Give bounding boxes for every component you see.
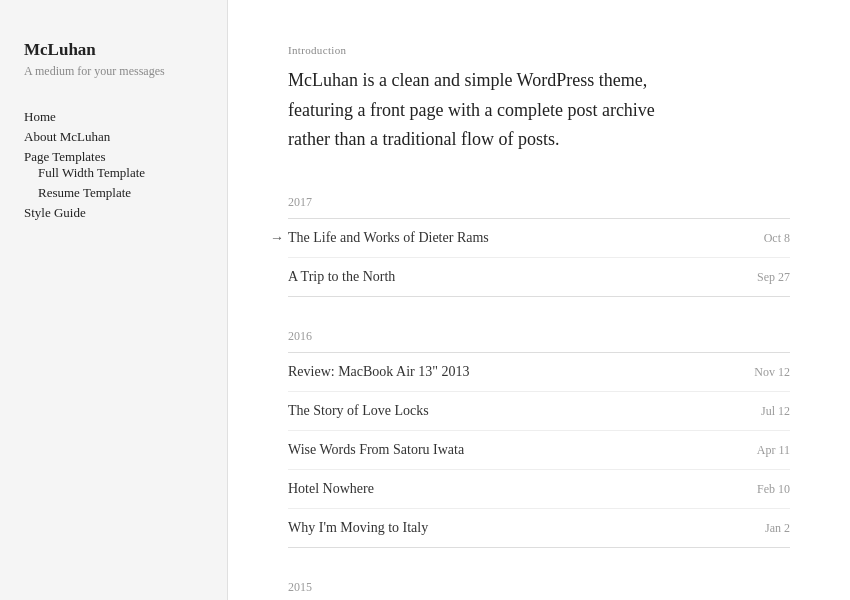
year-label: 2016	[288, 329, 790, 344]
page-templates-link[interactable]: Page Templates	[24, 149, 106, 164]
post-date: Jan 2	[765, 521, 790, 536]
post-title[interactable]: Wise Words From Satoru Iwata	[288, 442, 741, 458]
table-row[interactable]: →The Life and Works of Dieter RamsOct 8	[288, 219, 790, 258]
site-title: McLuhan	[24, 40, 203, 60]
sidebar-item-full-width[interactable]: Full Width Template	[38, 165, 203, 181]
site-tagline: A medium for your messages	[24, 64, 203, 79]
post-date: Feb 10	[757, 482, 790, 497]
post-archive: 2017→The Life and Works of Dieter RamsOc…	[288, 195, 790, 600]
full-width-link[interactable]: Full Width Template	[38, 165, 145, 180]
post-title[interactable]: The Story of Love Locks	[288, 403, 745, 419]
post-list: Review: MacBook Air 13" 2013Nov 12The St…	[288, 353, 790, 548]
post-title[interactable]: A Trip to the North	[288, 269, 741, 285]
post-list: →The Life and Works of Dieter RamsOct 8A…	[288, 219, 790, 297]
sidebar-item-resume[interactable]: Resume Template	[38, 185, 203, 201]
table-row[interactable]: Review: MacBook Air 13" 2013Nov 12	[288, 353, 790, 392]
arrow-icon: →	[270, 230, 284, 246]
post-date: Jul 12	[761, 404, 790, 419]
about-link[interactable]: About McLuhan	[24, 129, 110, 144]
home-link[interactable]: Home	[24, 109, 56, 124]
intro-label: Introduction	[288, 44, 790, 56]
table-row[interactable]: Wise Words From Satoru IwataApr 11	[288, 431, 790, 470]
sidebar-item-about[interactable]: About McLuhan	[24, 129, 203, 145]
table-row[interactable]: Hotel NowhereFeb 10	[288, 470, 790, 509]
table-row[interactable]: A Trip to the NorthSep 27	[288, 258, 790, 296]
sidebar: McLuhan A medium for your messages Home …	[0, 0, 228, 600]
sidebar-item-home[interactable]: Home	[24, 109, 203, 125]
post-title[interactable]: The Life and Works of Dieter Rams	[288, 230, 748, 246]
year-label: 2015	[288, 580, 790, 595]
resume-link[interactable]: Resume Template	[38, 185, 131, 200]
post-title[interactable]: Hotel Nowhere	[288, 481, 741, 497]
sidebar-item-style-guide[interactable]: Style Guide	[24, 205, 203, 221]
main-content: Introduction McLuhan is a clean and simp…	[228, 0, 850, 600]
table-row[interactable]: Why I'm Moving to ItalyJan 2	[288, 509, 790, 547]
sidebar-nav: Home About McLuhan Page Templates Full W…	[24, 109, 203, 225]
post-date: Sep 27	[757, 270, 790, 285]
post-date: Apr 11	[757, 443, 790, 458]
style-guide-link[interactable]: Style Guide	[24, 205, 86, 220]
intro-text: McLuhan is a clean and simple WordPress …	[288, 66, 658, 155]
post-title[interactable]: Review: MacBook Air 13" 2013	[288, 364, 738, 380]
year-section-2016: 2016Review: MacBook Air 13" 2013Nov 12Th…	[288, 329, 790, 548]
post-date: Oct 8	[764, 231, 790, 246]
post-title[interactable]: Why I'm Moving to Italy	[288, 520, 749, 536]
page-templates-submenu: Full Width Template Resume Template	[24, 165, 203, 201]
year-label: 2017	[288, 195, 790, 210]
year-section-2017: 2017→The Life and Works of Dieter RamsOc…	[288, 195, 790, 297]
year-section-2015: 2015Tickets for WordCamp Stockholm 2017N…	[288, 580, 790, 600]
table-row[interactable]: The Story of Love LocksJul 12	[288, 392, 790, 431]
sidebar-item-page-templates[interactable]: Page Templates Full Width Template Resum…	[24, 149, 203, 201]
post-date: Nov 12	[754, 365, 790, 380]
